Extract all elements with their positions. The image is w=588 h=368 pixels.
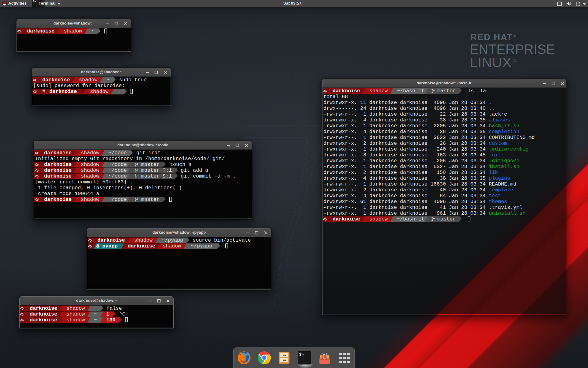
- svg-text:$>: $>: [299, 353, 303, 357]
